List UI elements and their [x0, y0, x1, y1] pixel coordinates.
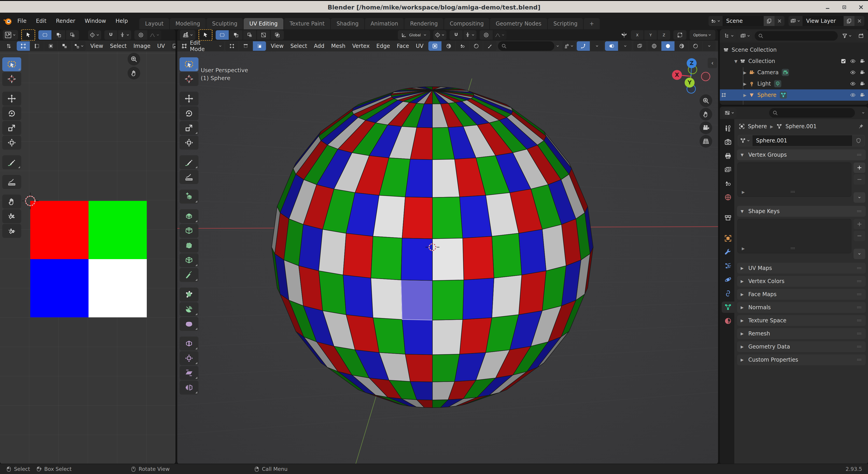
tool-move[interactable] — [2, 92, 21, 106]
breadcrumb-data[interactable]: Sphere.001 — [785, 123, 816, 130]
select-op-new[interactable] — [38, 30, 52, 40]
eye-icon[interactable] — [850, 92, 856, 98]
remove-shape-key-button[interactable] — [854, 231, 865, 241]
properties-tab-material[interactable] — [722, 315, 734, 326]
uv-select-face[interactable] — [44, 41, 57, 51]
workspace-tab-texture-paint[interactable]: Texture Paint — [284, 18, 330, 29]
properties-tab-render[interactable] — [722, 136, 734, 148]
shading-solid[interactable] — [661, 41, 675, 51]
uv-canvas[interactable] — [0, 52, 176, 464]
snap-toggle[interactable] — [450, 30, 463, 40]
properties-tab-view-layer[interactable] — [722, 164, 734, 176]
properties-tab-particles[interactable] — [722, 260, 734, 272]
snap-toggle[interactable] — [104, 30, 117, 40]
select-mode-edge[interactable] — [239, 41, 252, 51]
image-browse-button[interactable] — [171, 41, 176, 51]
workspace-tab-modeling[interactable]: Modeling — [170, 18, 206, 29]
fake-user-shield-button[interactable] — [852, 135, 865, 146]
tool-transform[interactable] — [2, 136, 21, 150]
snap-to-dropdown[interactable] — [118, 30, 131, 40]
shading-material-preview[interactable] — [675, 41, 688, 51]
scene-name-field[interactable]: Scene — [722, 16, 764, 26]
menu-help[interactable]: Help — [111, 18, 133, 24]
ortho-grid-icon[interactable] — [700, 135, 712, 148]
uv-zoom-icon[interactable] — [128, 53, 140, 65]
tool-cursor[interactable] — [2, 72, 21, 86]
shading-wireframe[interactable] — [648, 41, 661, 51]
checkbox-icon[interactable] — [840, 58, 846, 64]
options-dropdown[interactable]: Options — [690, 30, 715, 40]
view-layer-browse-button[interactable] — [788, 16, 803, 26]
tool-select-box[interactable] — [2, 57, 21, 71]
properties-tab-output[interactable] — [722, 150, 734, 162]
tool-measure[interactable] — [180, 170, 198, 184]
tool-rotate[interactable] — [2, 106, 21, 120]
properties-tab-object[interactable] — [722, 233, 734, 244]
outliner-filter-button[interactable] — [840, 31, 854, 41]
properties-tab-object-data[interactable] — [722, 302, 734, 313]
tool-edge-slide[interactable] — [180, 337, 198, 351]
menu-edit[interactable]: Edit — [31, 18, 51, 24]
visibility-button[interactable] — [562, 41, 576, 51]
snap-uv-pixel-button[interactable] — [673, 30, 686, 40]
workspace-tab-uv-editing[interactable]: UV Editing — [244, 18, 283, 29]
menu-file[interactable]: File — [13, 18, 31, 24]
vertex-groups-header[interactable]: ▼ Vertex Groups — [737, 150, 866, 160]
select-mode-face[interactable] — [253, 41, 266, 51]
menu-window[interactable]: Window — [80, 18, 111, 24]
select-op-extend[interactable] — [52, 30, 65, 40]
blender-logo-icon[interactable] — [3, 16, 13, 26]
select-op-intersect[interactable] — [271, 30, 284, 40]
section-geometry-data[interactable]: ▶ Geometry Data — [737, 341, 866, 352]
close-button[interactable] — [858, 4, 864, 10]
viewport-editor-type-button[interactable] — [180, 30, 195, 40]
remove-view-layer-button[interactable] — [855, 16, 864, 26]
new-collection-button[interactable] — [856, 31, 866, 41]
properties-tab-modifiers[interactable] — [722, 247, 734, 258]
tool-grab[interactable] — [2, 195, 21, 209]
tool-shear[interactable] — [180, 366, 198, 380]
select-op-extend[interactable] — [229, 30, 243, 40]
properties-tab-physics[interactable] — [722, 274, 734, 285]
vertex-groups-list[interactable]: ▶ — [738, 162, 851, 197]
editor-menu-uv[interactable]: UV — [154, 43, 168, 49]
sphere-mesh[interactable] — [177, 52, 718, 464]
sidebar-toggle-arrow[interactable]: ‹ — [708, 58, 717, 68]
eye-icon[interactable] — [850, 58, 856, 64]
scene-browse-button[interactable] — [709, 16, 722, 26]
new-scene-button[interactable] — [764, 16, 775, 26]
select-op-new[interactable] — [216, 30, 229, 40]
pan-hand-icon[interactable] — [700, 108, 712, 121]
list-filter-expander[interactable]: ▶ — [742, 246, 745, 251]
new-view-layer-button[interactable] — [844, 16, 855, 26]
eye-icon[interactable] — [850, 69, 856, 75]
tool-smooth[interactable] — [180, 317, 198, 331]
expander-icon[interactable]: ▶ — [741, 82, 749, 86]
outliner-display-mode-button[interactable] — [738, 31, 752, 41]
tool-scale[interactable] — [180, 121, 198, 135]
drag-handle-icon[interactable] — [856, 278, 862, 284]
snap-to-dropdown[interactable] — [463, 30, 476, 40]
tool-relax[interactable] — [2, 209, 21, 223]
tool-measure[interactable] — [2, 175, 21, 189]
drag-handle-icon[interactable] — [856, 344, 862, 350]
workspace-tab-add-workspace[interactable]: + — [584, 18, 599, 29]
xray-frame-button[interactable] — [428, 41, 441, 51]
tool-knife[interactable] — [180, 268, 198, 282]
tool-spin[interactable] — [180, 302, 198, 316]
shape-keys-header[interactable]: ▼ Shape Keys — [737, 206, 866, 217]
properties-type-button[interactable] — [722, 108, 737, 118]
add-vertex-group-button[interactable] — [854, 162, 865, 173]
mirror-axis-x[interactable]: X — [631, 30, 644, 40]
tool-inset-faces[interactable] — [180, 224, 198, 238]
proportional-toggle[interactable] — [479, 30, 493, 40]
drag-handle-icon[interactable] — [856, 265, 862, 271]
view-layer-name-field[interactable]: View Layer — [803, 16, 844, 26]
minimize-button[interactable] — [825, 4, 831, 10]
tool-loop-cut[interactable] — [180, 253, 198, 267]
drag-handle-icon[interactable] — [856, 318, 862, 323]
uv-editor-type-button[interactable] — [3, 30, 18, 40]
uv-sync-select-toggle[interactable] — [2, 41, 16, 51]
tool-transform[interactable] — [180, 136, 198, 150]
mode-dropdown[interactable]: Edit Mode — [180, 41, 224, 51]
